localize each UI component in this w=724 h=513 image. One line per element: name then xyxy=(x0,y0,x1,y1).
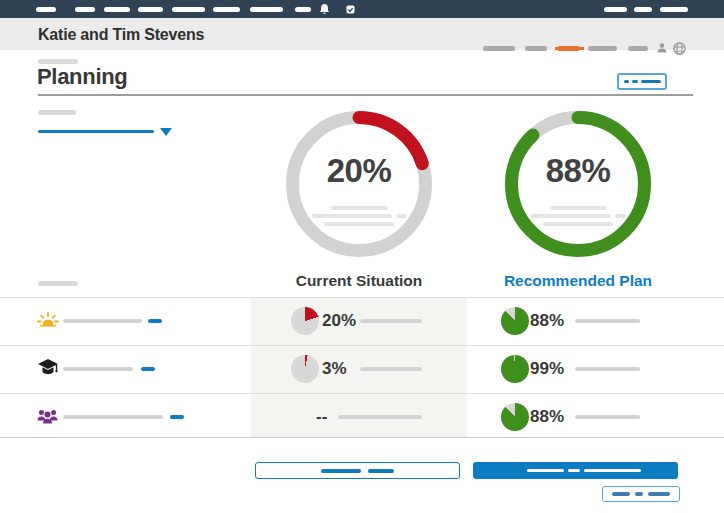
value-placeholder xyxy=(360,319,422,323)
tertiary-action-button[interactable] xyxy=(602,486,680,502)
client-nav-tab[interactable] xyxy=(628,46,648,51)
gauge-value: 20% xyxy=(327,152,392,190)
header-divider xyxy=(38,94,693,96)
active-tab-underline xyxy=(555,47,584,50)
nav-link-placeholder[interactable] xyxy=(138,7,163,12)
nav-link-placeholder[interactable] xyxy=(172,7,205,12)
gauge-text-placeholder xyxy=(550,206,607,211)
value-placeholder xyxy=(575,415,640,419)
current-mini-pie xyxy=(291,355,319,383)
user-profile-icon[interactable] xyxy=(656,42,668,54)
client-nav-tab[interactable] xyxy=(483,46,515,51)
value-placeholder xyxy=(575,367,640,371)
dropdown-value-placeholder[interactable] xyxy=(38,130,154,133)
button-label-placeholder xyxy=(635,492,643,496)
nav-link-placeholder[interactable] xyxy=(295,7,311,12)
button-label-placeholder xyxy=(568,469,580,473)
goal-label-placeholder xyxy=(63,367,133,371)
nav-link-placeholder[interactable] xyxy=(250,7,283,12)
globe-icon[interactable] xyxy=(673,42,686,55)
recommended-probability-value: 88% xyxy=(530,406,564,428)
view-options-button[interactable] xyxy=(617,73,667,90)
nav-link-placeholder[interactable] xyxy=(75,7,95,12)
gauge-value: 88% xyxy=(546,152,611,190)
column-header-current: Current Situation xyxy=(251,272,467,290)
secondary-action-button[interactable] xyxy=(255,462,460,479)
value-placeholder xyxy=(575,319,640,323)
nav-link-placeholder[interactable] xyxy=(604,7,627,12)
button-label-placeholder xyxy=(641,80,661,84)
goal-label-placeholder xyxy=(63,415,163,419)
goal-edit-link[interactable] xyxy=(170,415,184,419)
value-placeholder xyxy=(338,415,422,419)
current-probability-value: 20% xyxy=(322,310,356,332)
gauge-text-placeholder xyxy=(312,214,392,219)
nav-link-placeholder[interactable] xyxy=(660,7,688,12)
button-label-placeholder xyxy=(632,80,638,84)
graduation-cap-icon xyxy=(37,358,59,376)
current-mini-pie xyxy=(291,307,319,335)
page-title: Planning xyxy=(37,64,128,90)
value-placeholder xyxy=(360,367,422,371)
nav-link-placeholder[interactable] xyxy=(36,7,56,12)
recommended-probability-value: 99% xyxy=(530,358,564,380)
nav-link-placeholder[interactable] xyxy=(634,7,652,12)
gauge-text-placeholder xyxy=(543,222,613,227)
chevron-down-icon[interactable] xyxy=(160,128,172,136)
goals-column-placeholder xyxy=(38,281,78,286)
current-situation-gauge: 20% xyxy=(286,111,432,257)
goal-row: 3% 99% xyxy=(0,345,724,393)
security-check-icon[interactable] xyxy=(346,5,355,14)
button-label-placeholder xyxy=(368,469,394,473)
goal-row: 20% 88% xyxy=(0,297,724,345)
button-label-placeholder xyxy=(321,469,361,473)
goal-edit-link[interactable] xyxy=(141,367,155,371)
button-label-placeholder xyxy=(612,492,630,496)
button-label-placeholder xyxy=(624,80,629,84)
recommended-plan-gauge: 88% xyxy=(505,111,651,257)
dropdown-label-placeholder xyxy=(38,110,76,115)
goal-label-placeholder xyxy=(63,319,142,323)
nav-link-placeholder[interactable] xyxy=(213,7,240,12)
nav-link-placeholder[interactable] xyxy=(104,7,130,12)
goal-edit-link[interactable] xyxy=(148,319,162,323)
gauge-text-placeholder xyxy=(531,214,611,219)
top-navbar xyxy=(0,0,724,18)
family-icon xyxy=(37,408,58,424)
sunrise-icon xyxy=(37,312,59,328)
column-header-recommended[interactable]: Recommended Plan xyxy=(467,272,689,290)
client-nav-tab[interactable] xyxy=(588,46,617,51)
client-header-bar: Katie and Tim Stevens xyxy=(0,18,724,50)
recommended-probability-value: 88% xyxy=(530,310,564,332)
recommended-mini-pie xyxy=(501,403,529,431)
client-nav-tab[interactable] xyxy=(525,46,547,51)
primary-action-button[interactable] xyxy=(473,462,678,479)
button-label-placeholder xyxy=(584,469,641,473)
gauge-text-placeholder xyxy=(615,214,626,219)
button-label-placeholder xyxy=(527,469,564,473)
recommended-mini-pie xyxy=(501,355,529,383)
current-probability-value: 3% xyxy=(322,358,347,380)
gauge-text-placeholder xyxy=(396,214,407,219)
button-label-placeholder xyxy=(648,492,670,496)
goal-row: -- 88% xyxy=(0,393,724,441)
notifications-bell-icon[interactable] xyxy=(319,3,330,15)
client-name: Katie and Tim Stevens xyxy=(38,18,204,50)
gauge-text-placeholder xyxy=(331,206,388,211)
recommended-mini-pie xyxy=(501,307,529,335)
current-probability-value: -- xyxy=(316,406,327,428)
gauge-text-placeholder xyxy=(324,222,394,227)
